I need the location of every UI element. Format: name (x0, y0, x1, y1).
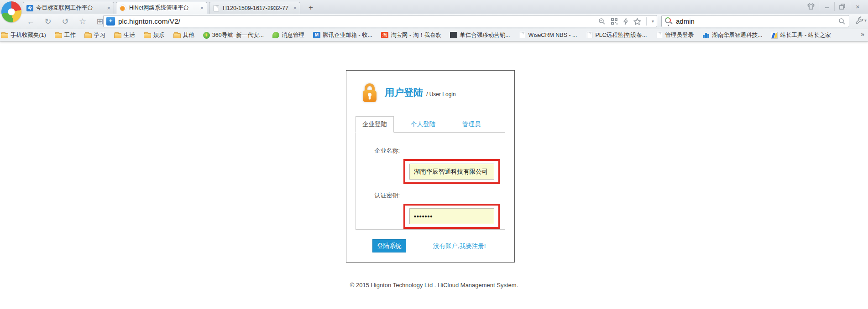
login-title: 用户登陆 (385, 86, 423, 99)
bookmark-folder[interactable]: 手机收藏夹(1) (1, 31, 46, 39)
page-content: 用户登陆 / User Login 企业登陆 个人登陆 管理员 企业名称: 认证… (0, 42, 868, 309)
skin-icon[interactable] (803, 2, 819, 11)
page-icon (587, 32, 592, 38)
tencent-mail-icon: M (313, 32, 320, 38)
company-name-label: 企业名称: (360, 146, 400, 155)
bookmarks-overflow-icon[interactable]: » (861, 31, 864, 38)
address-bar[interactable]: + plc.hignton.com/V2/ ▾ (103, 15, 657, 27)
hinet-icon (120, 5, 126, 11)
bookmark-link[interactable]: +360导航_新一代安... (203, 31, 264, 39)
tab-strip: 今 今目标互联网工作平台 × HiNet网络系统管理平台 × H120-1509… (0, 0, 868, 14)
folder-icon (114, 33, 121, 38)
search-icon[interactable] (838, 18, 846, 25)
tab-title: 今目标互联网工作平台 (36, 4, 104, 12)
login-submit-button[interactable]: 登陆系统 (372, 239, 406, 252)
login-form-panel: 企业名称: 认证密钥: (356, 132, 505, 230)
bookmark-folder[interactable]: 其他 (173, 31, 194, 39)
bookmark-link[interactable]: 消息管理 (272, 31, 304, 39)
divider (646, 17, 647, 26)
auth-key-input[interactable] (409, 208, 494, 224)
undo-icon[interactable]: ↺ (60, 15, 70, 27)
bookmark-link[interactable]: 淘淘宝网 - 淘！我喜欢 (381, 31, 441, 39)
dark-site-icon (450, 32, 457, 38)
tools-menu[interactable]: ▾ (856, 16, 867, 24)
bar-chart-icon (702, 32, 710, 38)
folder-icon (144, 33, 151, 38)
new-tab-button[interactable]: + (304, 3, 318, 13)
address-dropdown-icon[interactable]: ▾ (652, 19, 654, 24)
auth-key-label: 认证密钥: (360, 191, 400, 200)
folder-icon (55, 33, 62, 38)
bookmark-folder[interactable]: 娱乐 (144, 31, 165, 39)
tab-close-icon[interactable]: × (200, 5, 204, 11)
tab-h120[interactable]: H120-1509-1617-2932-77 × (209, 2, 300, 14)
zoom-icon[interactable] (598, 18, 606, 25)
search-box[interactable]: ▾ (661, 15, 849, 27)
lock-icon (361, 82, 378, 103)
360nav-icon: + (203, 32, 210, 39)
search-input[interactable] (676, 17, 838, 25)
minimize-button[interactable] (819, 2, 834, 11)
folder-icon (1, 33, 8, 38)
tab-enterprise-login[interactable]: 企业登陆 (356, 116, 394, 133)
bookmark-folder[interactable]: 工作 (55, 31, 76, 39)
taobao-icon: 淘 (381, 32, 388, 38)
login-subtitle: / User Login (426, 91, 456, 98)
qr-code-icon[interactable] (611, 18, 618, 25)
bookmark-link[interactable]: PLC远程监控|设备... (586, 31, 647, 39)
auth-key-field-highlight (403, 204, 500, 229)
close-button[interactable]: × (850, 2, 865, 11)
url-text[interactable]: plc.hignton.com/V2/ (118, 17, 598, 26)
folder-icon (84, 33, 92, 38)
navigation-bar: ← ↻ ↺ ☆ ⊞ + plc.hignton.com/V2/ ▾ ▾ (0, 14, 868, 29)
site-identity-icon[interactable]: + (106, 17, 115, 26)
bookmark-link[interactable]: 站长工具 - 站长之家 (771, 31, 831, 39)
login-tabs: 企业登陆 个人登陆 管理员 (356, 116, 514, 132)
page-icon (657, 32, 662, 38)
back-icon[interactable]: ← (26, 15, 36, 27)
tab-title: HiNet网络系统管理平台 (129, 4, 197, 12)
register-link[interactable]: 没有账户,我要注册! (433, 242, 486, 250)
page-icon (214, 5, 219, 11)
tools-dropdown-icon: ▾ (864, 18, 867, 23)
bookmark-link[interactable]: 湖南华辰智通科技... (702, 31, 762, 39)
bookmark-link[interactable]: WiseCRM NBS - ... (519, 32, 577, 38)
reload-icon[interactable]: ↻ (43, 15, 53, 27)
restore-button[interactable] (834, 2, 850, 11)
folder-icon (173, 33, 181, 38)
browser-window: 今 今目标互联网工作平台 × HiNet网络系统管理平台 × H120-1509… (0, 0, 868, 309)
search-engine-icon[interactable]: ▾ (665, 17, 673, 26)
bookmark-link[interactable]: 管理员登录 (656, 31, 694, 39)
browser-logo-icon[interactable] (1, 1, 21, 22)
page-icon (520, 32, 525, 38)
tab-close-icon[interactable]: × (107, 5, 110, 11)
bookmark-star-icon[interactable] (633, 18, 641, 25)
tab-title: H120-1509-1617-2932-77 (223, 5, 290, 11)
company-field-highlight (403, 159, 500, 184)
bookmark-link[interactable]: 单仁合强移动营销... (450, 31, 510, 39)
company-name-input[interactable] (409, 164, 494, 180)
login-card: 用户登陆 / User Login 企业登陆 个人登陆 管理员 企业名称: 认证… (346, 70, 515, 263)
tab-jinmubiao[interactable]: 今 今目标互联网工作平台 × (23, 2, 114, 14)
jinmubiao-icon: 今 (26, 5, 33, 11)
footer-copyright: © 2015 Hignton Technology Ltd . HiCloud … (0, 282, 868, 288)
bookmark-link[interactable]: M腾讯企业邮箱 - 收... (313, 31, 372, 39)
bookmarks-bar: 手机收藏夹(1) 工作 学习 生活 娱乐 其他 +360导航_新一代安... 消… (0, 29, 868, 41)
chat-icon (272, 32, 279, 38)
wrench-icon (856, 16, 863, 24)
tab-close-icon[interactable]: × (293, 5, 297, 11)
bookmark-folder[interactable]: 学习 (84, 31, 105, 39)
favorite-icon[interactable]: ☆ (78, 15, 88, 27)
bookmark-folder[interactable]: 生活 (114, 31, 135, 39)
lightning-icon[interactable] (623, 18, 628, 25)
tab-personal-login[interactable]: 个人登陆 (404, 117, 442, 132)
tab-hinet[interactable]: HiNet网络系统管理平台 × (116, 2, 207, 14)
tab-admin-login[interactable]: 管理员 (452, 117, 491, 132)
chinaz-icon (771, 32, 778, 39)
